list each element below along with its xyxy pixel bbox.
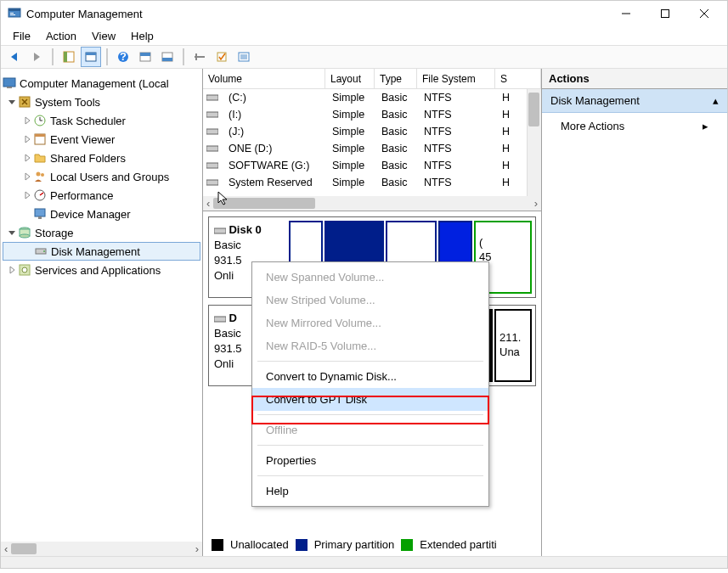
- disk-size: 931.5: [214, 342, 242, 355]
- volume-vscrollbar[interactable]: [527, 89, 541, 196]
- forward-button[interactable]: [26, 47, 47, 67]
- volume-layout: Simple: [327, 160, 376, 171]
- tree-label: Event Viewer: [50, 133, 115, 146]
- partition[interactable]: 211. Una: [494, 309, 532, 382]
- svg-point-34: [41, 173, 44, 177]
- volume-row[interactable]: (J:)SimpleBasicNTFSH: [203, 123, 541, 140]
- svg-rect-1: [8, 8, 20, 11]
- actions-more[interactable]: More Actions ▸: [542, 113, 727, 139]
- expand-icon[interactable]: [21, 172, 33, 181]
- volume-list: Volume Layout Type File System S (C:)Sim…: [203, 69, 541, 211]
- collapse-icon: ▴: [713, 94, 719, 107]
- expand-icon[interactable]: [21, 116, 33, 125]
- col-volume[interactable]: Volume: [203, 69, 325, 88]
- show-hide-tree-button[interactable]: [59, 47, 79, 67]
- expand-icon[interactable]: [6, 266, 18, 274]
- tree-system-tools[interactable]: System Tools: [3, 93, 200, 111]
- tree-device-manager[interactable]: Device Manager: [3, 205, 200, 223]
- volume-row[interactable]: (I:)SimpleBasicNTFSH: [203, 106, 541, 123]
- actions-section-label: Disk Management: [550, 94, 640, 107]
- close-button[interactable]: [685, 1, 724, 26]
- expand-icon[interactable]: [6, 228, 18, 237]
- expand-icon[interactable]: [21, 154, 33, 162]
- actions-section[interactable]: Disk Management ▴: [542, 89, 727, 113]
- tools-icon: [18, 95, 31, 109]
- tree-label: Services and Applications: [35, 264, 161, 277]
- maximize-button[interactable]: [646, 1, 685, 26]
- back-button[interactable]: [4, 47, 25, 67]
- col-filesystem[interactable]: File System: [417, 69, 495, 88]
- menubar: File Action View Help: [1, 26, 727, 45]
- expand-icon[interactable]: [6, 98, 18, 106]
- expand-icon[interactable]: [21, 191, 33, 199]
- tree-root[interactable]: Computer Management (Local: [3, 74, 200, 93]
- svg-rect-11: [86, 53, 96, 55]
- view-top-button[interactable]: [135, 47, 155, 67]
- partition-status: Una: [499, 345, 527, 360]
- tree-storage[interactable]: Storage: [3, 223, 200, 242]
- ctx-convert-dynamic[interactable]: Convert to Dynamic Disk...: [252, 365, 488, 388]
- expand-icon[interactable]: [21, 135, 33, 143]
- tree-services-apps[interactable]: Services and Applications: [3, 261, 200, 279]
- refresh-button[interactable]: [212, 47, 232, 67]
- col-status[interactable]: S: [495, 69, 541, 88]
- tree-task-scheduler[interactable]: Task Scheduler: [3, 111, 200, 130]
- volume-name: (I:): [223, 109, 327, 121]
- disk-name: Disk 0: [229, 223, 261, 236]
- tree-pane: Computer Management (Local System Tools …: [1, 69, 203, 556]
- legend-swatch-unallocated: [212, 539, 223, 551]
- view-bottom-button[interactable]: [157, 47, 178, 67]
- menu-help[interactable]: Help: [124, 28, 161, 44]
- tree-local-users[interactable]: Local Users and Groups: [3, 167, 200, 186]
- help-button[interactable]: ?: [113, 47, 133, 67]
- minimize-button[interactable]: [607, 1, 646, 26]
- volume-name: System Reserved: [223, 177, 327, 188]
- ctx-convert-gpt[interactable]: Convert to GPT Disk: [252, 388, 488, 411]
- svg-rect-48: [206, 146, 218, 151]
- legend-swatch-extended: [401, 539, 413, 551]
- volume-row[interactable]: ONE (D:)SimpleBasicNTFSH: [203, 140, 541, 157]
- legend-label: Primary partition: [314, 538, 395, 551]
- svg-rect-45: [206, 95, 218, 100]
- svg-rect-25: [3, 78, 15, 87]
- toolbar: ?: [1, 45, 727, 69]
- volume-row[interactable]: System ReservedSimpleBasicNTFSH: [203, 174, 541, 191]
- svg-rect-32: [35, 134, 45, 137]
- col-layout[interactable]: Layout: [325, 69, 375, 88]
- action-list-button[interactable]: [234, 47, 254, 67]
- tree-hscrollbar[interactable]: ‹ ›: [1, 542, 202, 556]
- actions-pane: Actions Disk Management ▴ More Actions ▸: [542, 69, 727, 556]
- volume-row[interactable]: SOFTWARE (G:)SimpleBasicNTFSH: [203, 157, 541, 174]
- ctx-help[interactable]: Help: [252, 480, 488, 503]
- svg-rect-26: [7, 87, 12, 88]
- drive-icon: [206, 143, 218, 154]
- tree-performance[interactable]: Performance: [3, 186, 200, 205]
- chevron-right-icon: ▸: [703, 120, 708, 132]
- volume-status: H: [497, 92, 515, 104]
- volume-status: H: [497, 126, 515, 138]
- menu-view[interactable]: View: [85, 28, 122, 44]
- volume-layout: Simple: [327, 109, 376, 121]
- volume-type: Basic: [376, 92, 419, 104]
- volume-type: Basic: [376, 126, 419, 138]
- svg-rect-19: [195, 53, 197, 60]
- disk-state: Onli: [214, 269, 234, 282]
- ctx-new-spanned: New Spanned Volume...: [252, 266, 488, 289]
- volume-fs: NTFS: [419, 109, 497, 121]
- col-type[interactable]: Type: [375, 69, 417, 88]
- ctx-properties[interactable]: Properties: [252, 449, 488, 472]
- menu-action[interactable]: Action: [39, 28, 83, 44]
- disk-icon: [214, 226, 226, 236]
- settings-button[interactable]: [189, 47, 210, 67]
- menu-file[interactable]: File: [6, 28, 37, 44]
- volume-columns: Volume Layout Type File System S: [203, 69, 541, 89]
- svg-point-44: [22, 267, 27, 272]
- volume-row[interactable]: (C:)SimpleBasicNTFSH: [203, 89, 541, 106]
- svg-rect-50: [206, 180, 218, 185]
- tree-shared-folders[interactable]: Shared Folders: [3, 149, 200, 167]
- tree-disk-management[interactable]: Disk Management: [3, 242, 200, 261]
- tree-label: Performance: [50, 189, 113, 202]
- volume-hscrollbar[interactable]: ‹ ›: [203, 196, 541, 211]
- tree-event-viewer[interactable]: Event Viewer: [3, 130, 200, 149]
- properties-button[interactable]: [81, 47, 101, 67]
